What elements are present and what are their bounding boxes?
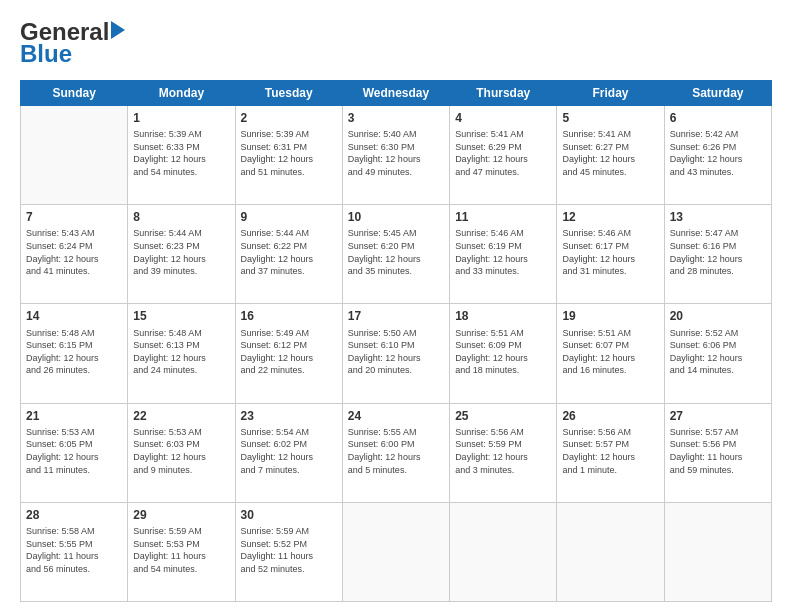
day-cell: 25Sunrise: 5:56 AM Sunset: 5:59 PM Dayli… — [450, 403, 557, 502]
day-info: Sunrise: 5:39 AM Sunset: 6:31 PM Dayligh… — [241, 128, 337, 178]
day-info: Sunrise: 5:46 AM Sunset: 6:17 PM Dayligh… — [562, 227, 658, 277]
col-header-wednesday: Wednesday — [342, 81, 449, 106]
day-number: 15 — [133, 308, 229, 324]
day-number: 5 — [562, 110, 658, 126]
day-cell: 4Sunrise: 5:41 AM Sunset: 6:29 PM Daylig… — [450, 106, 557, 205]
day-cell: 14Sunrise: 5:48 AM Sunset: 6:15 PM Dayli… — [21, 304, 128, 403]
day-cell: 15Sunrise: 5:48 AM Sunset: 6:13 PM Dayli… — [128, 304, 235, 403]
day-info: Sunrise: 5:58 AM Sunset: 5:55 PM Dayligh… — [26, 525, 122, 575]
day-cell: 9Sunrise: 5:44 AM Sunset: 6:22 PM Daylig… — [235, 205, 342, 304]
day-number: 7 — [26, 209, 122, 225]
day-cell — [342, 502, 449, 601]
day-cell: 18Sunrise: 5:51 AM Sunset: 6:09 PM Dayli… — [450, 304, 557, 403]
day-cell: 27Sunrise: 5:57 AM Sunset: 5:56 PM Dayli… — [664, 403, 771, 502]
day-info: Sunrise: 5:56 AM Sunset: 5:57 PM Dayligh… — [562, 426, 658, 476]
day-number: 23 — [241, 408, 337, 424]
day-info: Sunrise: 5:59 AM Sunset: 5:52 PM Dayligh… — [241, 525, 337, 575]
day-number: 6 — [670, 110, 766, 126]
day-number: 10 — [348, 209, 444, 225]
day-info: Sunrise: 5:46 AM Sunset: 6:19 PM Dayligh… — [455, 227, 551, 277]
week-row-4: 21Sunrise: 5:53 AM Sunset: 6:05 PM Dayli… — [21, 403, 772, 502]
day-number: 30 — [241, 507, 337, 523]
day-cell — [664, 502, 771, 601]
day-info: Sunrise: 5:44 AM Sunset: 6:23 PM Dayligh… — [133, 227, 229, 277]
day-info: Sunrise: 5:52 AM Sunset: 6:06 PM Dayligh… — [670, 327, 766, 377]
day-number: 22 — [133, 408, 229, 424]
day-number: 19 — [562, 308, 658, 324]
week-row-3: 14Sunrise: 5:48 AM Sunset: 6:15 PM Dayli… — [21, 304, 772, 403]
col-header-monday: Monday — [128, 81, 235, 106]
day-info: Sunrise: 5:50 AM Sunset: 6:10 PM Dayligh… — [348, 327, 444, 377]
day-cell: 30Sunrise: 5:59 AM Sunset: 5:52 PM Dayli… — [235, 502, 342, 601]
day-number: 24 — [348, 408, 444, 424]
day-number: 13 — [670, 209, 766, 225]
day-cell: 6Sunrise: 5:42 AM Sunset: 6:26 PM Daylig… — [664, 106, 771, 205]
day-cell: 23Sunrise: 5:54 AM Sunset: 6:02 PM Dayli… — [235, 403, 342, 502]
day-number: 29 — [133, 507, 229, 523]
day-number: 3 — [348, 110, 444, 126]
col-header-tuesday: Tuesday — [235, 81, 342, 106]
day-number: 26 — [562, 408, 658, 424]
day-cell: 13Sunrise: 5:47 AM Sunset: 6:16 PM Dayli… — [664, 205, 771, 304]
day-number: 18 — [455, 308, 551, 324]
day-number: 27 — [670, 408, 766, 424]
day-cell: 28Sunrise: 5:58 AM Sunset: 5:55 PM Dayli… — [21, 502, 128, 601]
calendar-body: 1Sunrise: 5:39 AM Sunset: 6:33 PM Daylig… — [21, 106, 772, 602]
day-info: Sunrise: 5:53 AM Sunset: 6:03 PM Dayligh… — [133, 426, 229, 476]
day-info: Sunrise: 5:39 AM Sunset: 6:33 PM Dayligh… — [133, 128, 229, 178]
day-cell: 11Sunrise: 5:46 AM Sunset: 6:19 PM Dayli… — [450, 205, 557, 304]
week-row-1: 1Sunrise: 5:39 AM Sunset: 6:33 PM Daylig… — [21, 106, 772, 205]
day-cell — [450, 502, 557, 601]
calendar-table: SundayMondayTuesdayWednesdayThursdayFrid… — [20, 80, 772, 602]
day-number: 12 — [562, 209, 658, 225]
day-info: Sunrise: 5:48 AM Sunset: 6:13 PM Dayligh… — [133, 327, 229, 377]
col-header-thursday: Thursday — [450, 81, 557, 106]
day-number: 28 — [26, 507, 122, 523]
day-info: Sunrise: 5:55 AM Sunset: 6:00 PM Dayligh… — [348, 426, 444, 476]
day-info: Sunrise: 5:47 AM Sunset: 6:16 PM Dayligh… — [670, 227, 766, 277]
day-info: Sunrise: 5:51 AM Sunset: 6:07 PM Dayligh… — [562, 327, 658, 377]
day-info: Sunrise: 5:42 AM Sunset: 6:26 PM Dayligh… — [670, 128, 766, 178]
day-number: 1 — [133, 110, 229, 126]
day-number: 21 — [26, 408, 122, 424]
day-number: 4 — [455, 110, 551, 126]
week-row-2: 7Sunrise: 5:43 AM Sunset: 6:24 PM Daylig… — [21, 205, 772, 304]
day-cell: 8Sunrise: 5:44 AM Sunset: 6:23 PM Daylig… — [128, 205, 235, 304]
day-cell: 26Sunrise: 5:56 AM Sunset: 5:57 PM Dayli… — [557, 403, 664, 502]
day-info: Sunrise: 5:56 AM Sunset: 5:59 PM Dayligh… — [455, 426, 551, 476]
day-cell: 20Sunrise: 5:52 AM Sunset: 6:06 PM Dayli… — [664, 304, 771, 403]
day-number: 14 — [26, 308, 122, 324]
day-info: Sunrise: 5:40 AM Sunset: 6:30 PM Dayligh… — [348, 128, 444, 178]
day-number: 25 — [455, 408, 551, 424]
day-cell — [21, 106, 128, 205]
day-number: 20 — [670, 308, 766, 324]
calendar-header-row: SundayMondayTuesdayWednesdayThursdayFrid… — [21, 81, 772, 106]
day-number: 17 — [348, 308, 444, 324]
week-row-5: 28Sunrise: 5:58 AM Sunset: 5:55 PM Dayli… — [21, 502, 772, 601]
day-info: Sunrise: 5:44 AM Sunset: 6:22 PM Dayligh… — [241, 227, 337, 277]
day-cell: 21Sunrise: 5:53 AM Sunset: 6:05 PM Dayli… — [21, 403, 128, 502]
header: General Blue — [20, 18, 772, 68]
day-cell: 29Sunrise: 5:59 AM Sunset: 5:53 PM Dayli… — [128, 502, 235, 601]
day-cell: 22Sunrise: 5:53 AM Sunset: 6:03 PM Dayli… — [128, 403, 235, 502]
day-number: 8 — [133, 209, 229, 225]
day-info: Sunrise: 5:45 AM Sunset: 6:20 PM Dayligh… — [348, 227, 444, 277]
day-cell: 10Sunrise: 5:45 AM Sunset: 6:20 PM Dayli… — [342, 205, 449, 304]
page: General Blue SundayMondayTuesdayWednesda… — [0, 0, 792, 612]
col-header-saturday: Saturday — [664, 81, 771, 106]
logo: General Blue — [20, 18, 125, 68]
day-number: 9 — [241, 209, 337, 225]
day-info: Sunrise: 5:41 AM Sunset: 6:29 PM Dayligh… — [455, 128, 551, 178]
day-info: Sunrise: 5:51 AM Sunset: 6:09 PM Dayligh… — [455, 327, 551, 377]
day-info: Sunrise: 5:49 AM Sunset: 6:12 PM Dayligh… — [241, 327, 337, 377]
day-cell: 5Sunrise: 5:41 AM Sunset: 6:27 PM Daylig… — [557, 106, 664, 205]
col-header-sunday: Sunday — [21, 81, 128, 106]
day-number: 16 — [241, 308, 337, 324]
day-cell: 2Sunrise: 5:39 AM Sunset: 6:31 PM Daylig… — [235, 106, 342, 205]
day-number: 2 — [241, 110, 337, 126]
day-cell: 17Sunrise: 5:50 AM Sunset: 6:10 PM Dayli… — [342, 304, 449, 403]
day-info: Sunrise: 5:41 AM Sunset: 6:27 PM Dayligh… — [562, 128, 658, 178]
day-cell: 3Sunrise: 5:40 AM Sunset: 6:30 PM Daylig… — [342, 106, 449, 205]
logo-arrow-icon — [111, 21, 125, 39]
day-cell: 7Sunrise: 5:43 AM Sunset: 6:24 PM Daylig… — [21, 205, 128, 304]
